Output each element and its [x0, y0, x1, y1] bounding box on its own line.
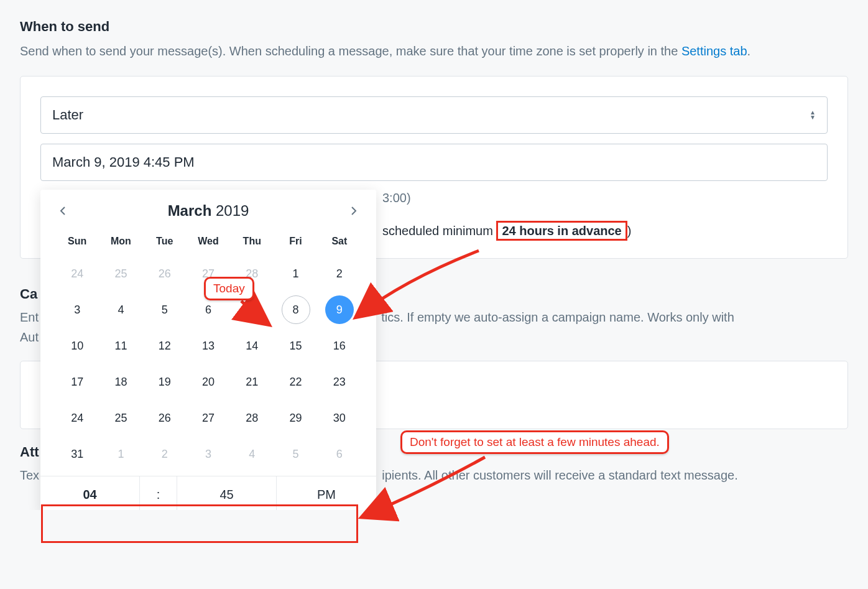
calendar-day[interactable]: 2	[318, 256, 361, 292]
calendar-dow: Wed	[187, 231, 230, 256]
when-to-send-card: Later ▲▼ March 9, 2019 4:45 PM 3:00) sch…	[20, 76, 848, 259]
when-select-value: Later	[52, 107, 83, 123]
calendar-day[interactable]: 1	[274, 256, 317, 292]
calendar-title: March 2019	[168, 202, 249, 220]
hint-suffix: )	[627, 224, 632, 238]
calendar-day[interactable]: 28	[230, 400, 274, 436]
calendar-day[interactable]: 10	[55, 328, 99, 364]
time-picker-row: 04 : 45 PM	[40, 476, 376, 510]
calendar-dow: Fri	[274, 231, 317, 256]
when-select[interactable]: Later ▲▼	[40, 96, 828, 134]
calendar-day[interactable]: 3	[187, 436, 230, 472]
chevron-updown-icon: ▲▼	[810, 110, 816, 120]
calendar-dow: Thu	[230, 231, 274, 256]
time-ampm[interactable]: PM	[277, 476, 376, 510]
calendar-day[interactable]: 13	[187, 328, 230, 364]
calendar-day[interactable]: 27	[187, 400, 230, 436]
calendar-day[interactable]: 23	[318, 364, 361, 400]
calendar-day[interactable]: 25	[99, 256, 142, 292]
attachment-desc-fragment: Tex	[20, 468, 39, 482]
time-hour[interactable]: 04	[40, 476, 140, 510]
desc-text: Send when to send your message(s). When …	[20, 44, 681, 58]
calendar-day[interactable]: 24	[55, 256, 99, 292]
calendar-day[interactable]: 19	[143, 364, 187, 400]
calendar-day[interactable]: 5	[274, 436, 317, 472]
calendar-day[interactable]: 5	[143, 292, 187, 328]
calendar-day[interactable]: 20	[187, 364, 230, 400]
calendar-day[interactable]: 25	[99, 400, 142, 436]
prev-month-button[interactable]	[55, 203, 70, 218]
calendar-day[interactable]: 1	[99, 436, 142, 472]
attachment-desc-right: ipients. All other customers will receiv…	[382, 468, 737, 482]
calendar-dow: Mon	[99, 231, 142, 256]
time-minute[interactable]: 45	[177, 476, 277, 510]
datetime-value: March 9, 2019 4:45 PM	[52, 154, 195, 170]
calendar-day[interactable]: 8	[274, 292, 317, 328]
calendar-day[interactable]: 26	[143, 400, 187, 436]
hint-prefix: scheduled minimum	[382, 224, 496, 238]
calendar-day[interactable]: 31	[55, 436, 99, 472]
annotation-ahead: Don't forget to set at least a few minut…	[400, 430, 669, 454]
calendar-day[interactable]: 9	[318, 292, 361, 328]
calendar-day[interactable]: 3	[55, 292, 99, 328]
time-separator: :	[140, 476, 177, 510]
calendar-day[interactable]: 29	[274, 400, 317, 436]
calendar-day[interactable]: 14	[230, 328, 274, 364]
calendar-dow: Sat	[318, 231, 361, 256]
calendar-day[interactable]: 15	[274, 328, 317, 364]
calendar-day[interactable]: 16	[318, 328, 361, 364]
calendar-dow: Tue	[143, 231, 187, 256]
calendar-day[interactable]: 4	[99, 292, 142, 328]
calendar-day[interactable]: 30	[318, 400, 361, 436]
calendar-day[interactable]: 4	[230, 436, 274, 472]
calendar-day[interactable]: 6	[318, 436, 361, 472]
calendar-day[interactable]: 22	[274, 364, 317, 400]
calendar-day[interactable]: 12	[143, 328, 187, 364]
annotation-today: Today	[204, 277, 254, 300]
calendar-month: March	[168, 202, 212, 219]
calendar-day[interactable]: 17	[55, 364, 99, 400]
calendar-dow: Sun	[55, 231, 99, 256]
campaign-desc1-fragment: Ent	[20, 310, 39, 324]
campaign-desc-right: tics. If empty we auto-assign a campaign…	[381, 310, 734, 324]
when-to-send-description: Send when to send your message(s). When …	[20, 41, 848, 61]
calendar-day[interactable]: 26	[143, 256, 187, 292]
hint-highlight: 24 hours in advance	[496, 221, 627, 241]
calendar-day[interactable]: 18	[99, 364, 142, 400]
next-month-button[interactable]	[346, 203, 361, 218]
datetime-input[interactable]: March 9, 2019 4:45 PM	[40, 144, 828, 181]
settings-tab-link[interactable]: Settings tab	[681, 44, 747, 58]
calendar-day[interactable]: 2	[143, 436, 187, 472]
calendar-day[interactable]: 21	[230, 364, 274, 400]
calendar-popup: March 2019 SunMonTueWedThuFriSat 2425262…	[40, 190, 376, 510]
calendar-day[interactable]: 11	[99, 328, 142, 364]
when-to-send-title: When to send	[20, 19, 848, 35]
calendar-day[interactable]: 24	[55, 400, 99, 436]
calendar-year: 2019	[216, 202, 249, 219]
desc-suffix: .	[747, 44, 751, 58]
